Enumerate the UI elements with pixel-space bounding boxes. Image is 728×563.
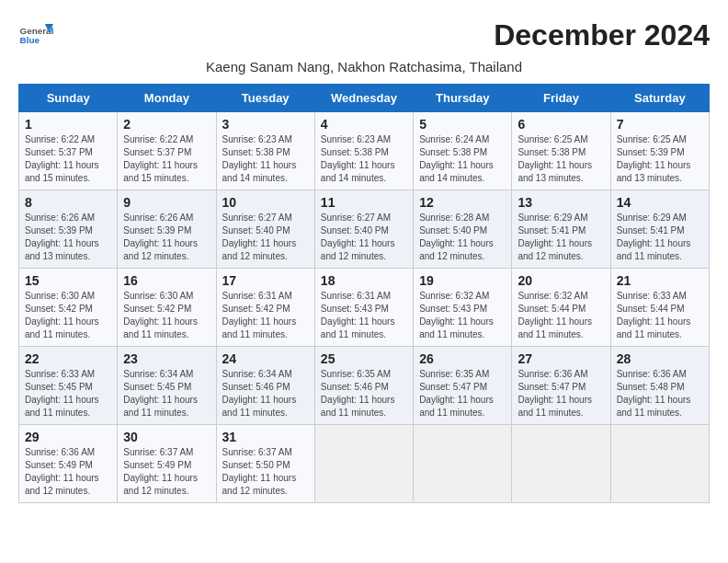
day-number: 22 <box>25 351 111 366</box>
calendar-cell: 14Sunrise: 6:29 AM Sunset: 5:41 PM Dayli… <box>610 190 709 269</box>
day-detail: Sunrise: 6:25 AM Sunset: 5:38 PM Dayligh… <box>518 133 604 185</box>
calendar-cell: 27Sunrise: 6:36 AM Sunset: 5:47 PM Dayli… <box>512 347 610 425</box>
day-number: 9 <box>123 195 210 210</box>
weekday-header: Saturday <box>610 85 709 112</box>
day-detail: Sunrise: 6:34 AM Sunset: 5:46 PM Dayligh… <box>222 368 309 419</box>
weekday-header: Thursday <box>414 85 512 112</box>
calendar-cell: 23Sunrise: 6:34 AM Sunset: 5:45 PM Dayli… <box>118 347 216 425</box>
day-number: 5 <box>419 117 506 132</box>
calendar-cell: 15Sunrise: 6:30 AM Sunset: 5:42 PM Dayli… <box>19 269 118 347</box>
day-number: 24 <box>222 351 309 366</box>
day-detail: Sunrise: 6:22 AM Sunset: 5:37 PM Dayligh… <box>25 133 111 185</box>
day-detail: Sunrise: 6:30 AM Sunset: 5:42 PM Dayligh… <box>123 290 210 341</box>
calendar-cell: 17Sunrise: 6:31 AM Sunset: 5:42 PM Dayli… <box>216 269 314 347</box>
calendar-cell: 28Sunrise: 6:36 AM Sunset: 5:48 PM Dayli… <box>610 347 709 425</box>
day-number: 20 <box>518 273 604 288</box>
day-detail: Sunrise: 6:36 AM Sunset: 5:48 PM Dayligh… <box>617 368 703 419</box>
calendar-week-row: 22Sunrise: 6:33 AM Sunset: 5:45 PM Dayli… <box>19 347 710 425</box>
day-number: 30 <box>123 430 210 444</box>
day-detail: Sunrise: 6:32 AM Sunset: 5:43 PM Dayligh… <box>419 290 506 341</box>
day-detail: Sunrise: 6:37 AM Sunset: 5:49 PM Dayligh… <box>123 446 210 498</box>
calendar-cell: 22Sunrise: 6:33 AM Sunset: 5:45 PM Dayli… <box>19 347 118 425</box>
calendar-cell: 1Sunrise: 6:22 AM Sunset: 5:37 PM Daylig… <box>19 112 118 190</box>
calendar-week-row: 29Sunrise: 6:36 AM Sunset: 5:49 PM Dayli… <box>19 425 710 503</box>
calendar-cell: 25Sunrise: 6:35 AM Sunset: 5:46 PM Dayli… <box>314 347 413 425</box>
day-detail: Sunrise: 6:27 AM Sunset: 5:40 PM Dayligh… <box>321 212 407 263</box>
calendar-cell <box>414 425 512 503</box>
calendar-cell: 13Sunrise: 6:29 AM Sunset: 5:41 PM Dayli… <box>512 190 610 269</box>
day-number: 25 <box>321 351 407 366</box>
weekday-header: Tuesday <box>216 85 314 112</box>
weekday-header: Friday <box>512 85 610 112</box>
page-header: General Blue December 2024 <box>18 18 710 53</box>
day-number: 3 <box>222 117 309 132</box>
calendar-cell: 20Sunrise: 6:32 AM Sunset: 5:44 PM Dayli… <box>512 269 610 347</box>
day-detail: Sunrise: 6:33 AM Sunset: 5:45 PM Dayligh… <box>25 368 111 419</box>
calendar-cell: 2Sunrise: 6:22 AM Sunset: 5:37 PM Daylig… <box>118 112 216 190</box>
day-detail: Sunrise: 6:36 AM Sunset: 5:49 PM Dayligh… <box>25 446 111 498</box>
svg-text:Blue: Blue <box>20 35 40 45</box>
day-number: 11 <box>321 195 407 210</box>
calendar-cell: 24Sunrise: 6:34 AM Sunset: 5:46 PM Dayli… <box>216 347 314 425</box>
day-number: 18 <box>321 273 407 288</box>
day-detail: Sunrise: 6:29 AM Sunset: 5:41 PM Dayligh… <box>617 212 703 263</box>
day-detail: Sunrise: 6:28 AM Sunset: 5:40 PM Dayligh… <box>419 212 506 263</box>
day-number: 4 <box>321 117 407 132</box>
calendar-cell: 3Sunrise: 6:23 AM Sunset: 5:38 PM Daylig… <box>216 112 314 190</box>
weekday-header: Wednesday <box>314 85 413 112</box>
day-detail: Sunrise: 6:23 AM Sunset: 5:38 PM Dayligh… <box>321 133 407 185</box>
weekday-header-row: SundayMondayTuesdayWednesdayThursdayFrid… <box>19 85 710 112</box>
calendar-week-row: 15Sunrise: 6:30 AM Sunset: 5:42 PM Dayli… <box>19 269 710 347</box>
calendar-cell: 18Sunrise: 6:31 AM Sunset: 5:43 PM Dayli… <box>314 269 413 347</box>
calendar-cell: 29Sunrise: 6:36 AM Sunset: 5:49 PM Dayli… <box>19 425 118 503</box>
day-number: 12 <box>419 195 506 210</box>
calendar-cell: 31Sunrise: 6:37 AM Sunset: 5:50 PM Dayli… <box>216 425 314 503</box>
weekday-header: Monday <box>118 85 216 112</box>
day-number: 29 <box>25 430 111 444</box>
day-detail: Sunrise: 6:35 AM Sunset: 5:47 PM Dayligh… <box>419 368 506 419</box>
day-detail: Sunrise: 6:34 AM Sunset: 5:45 PM Dayligh… <box>123 368 210 419</box>
day-number: 27 <box>518 351 604 366</box>
day-detail: Sunrise: 6:30 AM Sunset: 5:42 PM Dayligh… <box>25 290 111 341</box>
day-number: 7 <box>617 117 703 132</box>
calendar-cell: 5Sunrise: 6:24 AM Sunset: 5:38 PM Daylig… <box>414 112 512 190</box>
subtitle: Kaeng Sanam Nang, Nakhon Ratchasima, Tha… <box>18 59 710 75</box>
calendar-cell: 10Sunrise: 6:27 AM Sunset: 5:40 PM Dayli… <box>216 190 314 269</box>
day-number: 2 <box>123 117 210 132</box>
day-number: 8 <box>25 195 111 210</box>
day-number: 23 <box>123 351 210 366</box>
logo: General Blue <box>18 18 57 53</box>
calendar-week-row: 1Sunrise: 6:22 AM Sunset: 5:37 PM Daylig… <box>19 112 710 190</box>
day-detail: Sunrise: 6:25 AM Sunset: 5:39 PM Dayligh… <box>617 133 703 185</box>
calendar-cell: 26Sunrise: 6:35 AM Sunset: 5:47 PM Dayli… <box>414 347 512 425</box>
day-detail: Sunrise: 6:23 AM Sunset: 5:38 PM Dayligh… <box>222 133 309 185</box>
day-number: 1 <box>25 117 111 132</box>
calendar-cell: 12Sunrise: 6:28 AM Sunset: 5:40 PM Dayli… <box>414 190 512 269</box>
calendar-cell <box>314 425 413 503</box>
day-number: 13 <box>518 195 604 210</box>
day-number: 15 <box>25 273 111 288</box>
calendar-cell: 7Sunrise: 6:25 AM Sunset: 5:39 PM Daylig… <box>610 112 709 190</box>
day-number: 21 <box>617 273 703 288</box>
day-detail: Sunrise: 6:31 AM Sunset: 5:42 PM Dayligh… <box>222 290 309 341</box>
day-number: 6 <box>518 117 604 132</box>
month-title: December 2024 <box>494 18 710 52</box>
day-number: 17 <box>222 273 309 288</box>
calendar-cell: 11Sunrise: 6:27 AM Sunset: 5:40 PM Dayli… <box>314 190 413 269</box>
calendar-cell: 6Sunrise: 6:25 AM Sunset: 5:38 PM Daylig… <box>512 112 610 190</box>
calendar-cell: 4Sunrise: 6:23 AM Sunset: 5:38 PM Daylig… <box>314 112 413 190</box>
day-detail: Sunrise: 6:31 AM Sunset: 5:43 PM Dayligh… <box>321 290 407 341</box>
day-number: 28 <box>617 351 703 366</box>
day-detail: Sunrise: 6:36 AM Sunset: 5:47 PM Dayligh… <box>518 368 604 419</box>
calendar-cell <box>512 425 610 503</box>
calendar-cell: 19Sunrise: 6:32 AM Sunset: 5:43 PM Dayli… <box>414 269 512 347</box>
day-detail: Sunrise: 6:33 AM Sunset: 5:44 PM Dayligh… <box>617 290 703 341</box>
calendar-table: SundayMondayTuesdayWednesdayThursdayFrid… <box>18 84 710 503</box>
day-detail: Sunrise: 6:24 AM Sunset: 5:38 PM Dayligh… <box>419 133 506 185</box>
calendar-cell: 8Sunrise: 6:26 AM Sunset: 5:39 PM Daylig… <box>19 190 118 269</box>
calendar-cell: 16Sunrise: 6:30 AM Sunset: 5:42 PM Dayli… <box>118 269 216 347</box>
weekday-header: Sunday <box>19 85 118 112</box>
day-number: 31 <box>222 430 309 444</box>
day-number: 10 <box>222 195 309 210</box>
calendar-cell <box>610 425 709 503</box>
